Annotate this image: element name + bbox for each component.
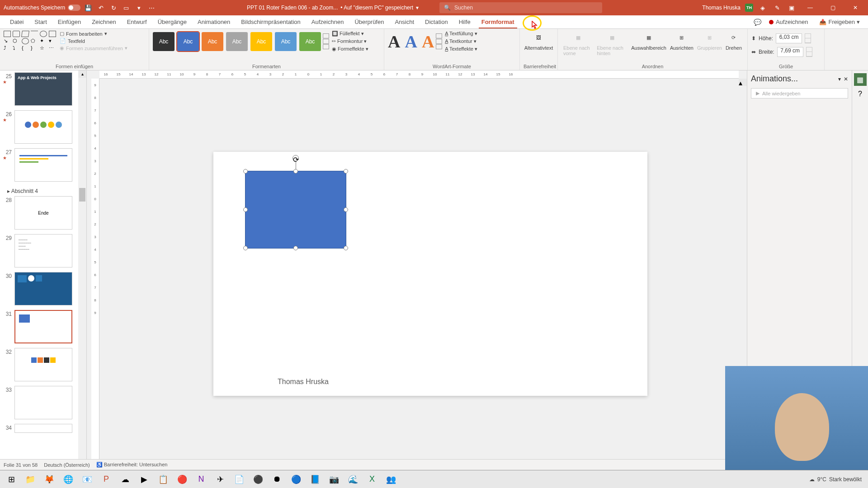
- edge-icon[interactable]: 🌊: [344, 471, 362, 488]
- formen-zusammen-button[interactable]: ◉ Formen zusammenführen ▾: [60, 45, 127, 51]
- undo-icon[interactable]: ↶: [96, 3, 106, 13]
- slide-thumb-31[interactable]: 31: [3, 310, 84, 343]
- redo-icon[interactable]: ↻: [108, 3, 118, 13]
- gruppieren-button[interactable]: ⊞Gruppieren: [695, 31, 724, 56]
- slide-thumb-29[interactable]: 29 ━━━━━━━━━━━━━━━━━━━━━━: [3, 234, 84, 267]
- aufzeichnen-button[interactable]: Aufzeichnen: [765, 17, 812, 27]
- ausrichten-button[interactable]: ⊞Ausrichten: [668, 31, 695, 56]
- tab-formformat[interactable]: Formformat: [476, 15, 520, 28]
- tab-animationen[interactable]: Animationen: [192, 15, 236, 28]
- tab-uebergaenge[interactable]: Übergänge: [152, 15, 192, 28]
- alternativtext-button[interactable]: 🖼 Alternativtext: [524, 31, 554, 51]
- slide-thumb-25[interactable]: 25★ App & Web Projects: [3, 72, 84, 106]
- app-icon-5[interactable]: 🔵: [288, 471, 305, 488]
- freigeben-button[interactable]: 📤 Freigeben ▾: [816, 17, 863, 27]
- onenote-icon[interactable]: N: [193, 471, 210, 488]
- selected-rectangle-shape[interactable]: ⟳: [245, 171, 346, 249]
- tab-dictation[interactable]: Dictation: [420, 15, 453, 28]
- search-input[interactable]: [454, 5, 598, 11]
- save-icon[interactable]: 💾: [83, 3, 93, 13]
- powerpoint-icon[interactable]: P: [98, 471, 115, 488]
- outlook-icon[interactable]: 📧: [79, 471, 96, 488]
- slide-canvas[interactable]: ⟳ Thomas Hruska: [213, 152, 647, 396]
- tab-hilfe[interactable]: Hilfe: [453, 15, 476, 28]
- start-menu-icon[interactable]: ⊞: [3, 471, 20, 488]
- author-text[interactable]: Thomas Hruska: [278, 378, 329, 386]
- canvas-area[interactable]: 1615141312111098765432101234567891011121…: [87, 70, 747, 474]
- width-input[interactable]: 7,69 cm: [777, 47, 803, 57]
- drehen-button[interactable]: ⟳Drehen: [724, 31, 744, 56]
- slide-panel-scrollbar[interactable]: ▴ ▾: [78, 70, 86, 474]
- ebene-vorne-button[interactable]: ▦Ebene nach vorne: [561, 31, 595, 56]
- slide-thumb-27[interactable]: 27★: [3, 148, 84, 182]
- qa-more-icon[interactable]: ⋯: [146, 3, 156, 13]
- shapes-gallery[interactable]: ↘⬡⬠✦▾ ⤴⤵{}☆⋯: [4, 31, 57, 52]
- app-icon-7[interactable]: 📷: [326, 471, 343, 488]
- window-icon[interactable]: ▣: [787, 3, 797, 13]
- app-icon-2[interactable]: 📋: [155, 471, 172, 488]
- texteffekte-button[interactable]: A Texteffekte ▾: [445, 46, 477, 52]
- wordart-more-icon[interactable]: [436, 33, 442, 49]
- pane-dropdown-icon[interactable]: ▾: [838, 76, 841, 82]
- comments-icon[interactable]: 💬: [754, 19, 761, 26]
- vlc-icon[interactable]: ▶: [136, 471, 153, 488]
- telegram-icon[interactable]: ✈: [212, 471, 229, 488]
- rotate-handle[interactable]: ⟳: [292, 155, 299, 161]
- tab-datei[interactable]: Datei: [5, 15, 29, 28]
- qa-dropdown-icon[interactable]: ▾: [134, 3, 144, 13]
- pen-icon[interactable]: ✎: [772, 3, 782, 13]
- explorer-icon[interactable]: 📁: [22, 471, 39, 488]
- slide-counter[interactable]: Folie 31 von 58: [4, 462, 38, 468]
- pane-close-icon[interactable]: ✕: [844, 76, 848, 82]
- tab-ansicht[interactable]: Ansicht: [389, 15, 420, 28]
- tab-entwurf[interactable]: Entwurf: [122, 15, 152, 28]
- user-avatar[interactable]: TH: [745, 4, 753, 12]
- firefox-icon[interactable]: 🦊: [41, 471, 58, 488]
- accessibility-label[interactable]: ♿ Barrierefreiheit: Untersuchen: [96, 462, 168, 468]
- app-icon-3[interactable]: 🔴: [174, 471, 191, 488]
- slide-thumb-32[interactable]: 32: [3, 348, 84, 381]
- present-from-start-icon[interactable]: ▭: [121, 3, 131, 13]
- designer-icon[interactable]: ▦: [854, 73, 867, 86]
- record-icon[interactable]: ⏺: [269, 471, 286, 488]
- excel-icon[interactable]: X: [363, 471, 381, 488]
- weather-widget[interactable]: ☁ 9°C Stark bewölkt: [809, 476, 865, 483]
- tab-zeichnen[interactable]: Zeichnen: [86, 15, 121, 28]
- fuelleffekt-button[interactable]: 🔲 Fülleffekt ▾: [332, 31, 368, 37]
- styles-more-icon[interactable]: [323, 33, 329, 49]
- ebene-hinten-button[interactable]: ▦Ebene nach hinten: [595, 31, 629, 56]
- textkontur-button[interactable]: A Textkontur ▾: [445, 38, 477, 44]
- slide-thumb-33[interactable]: 33: [3, 386, 84, 419]
- height-spinner[interactable]: [805, 33, 811, 43]
- minimize-button[interactable]: —: [801, 1, 819, 14]
- maximize-button[interactable]: ▢: [824, 1, 842, 14]
- slide-thumb-28[interactable]: 28 Ende: [3, 196, 84, 230]
- app-icon[interactable]: ☁: [117, 471, 134, 488]
- section-header-4[interactable]: ▸ Abschnitt 4: [3, 186, 84, 196]
- tab-bildschirm[interactable]: Bildschirmpräsentation: [236, 15, 306, 28]
- slide-thumb-26[interactable]: 26★: [3, 110, 84, 144]
- shape-styles-gallery[interactable]: Abc Abc Abc Abc Abc Abc Abc: [153, 32, 321, 51]
- autosave-toggle[interactable]: Automatisches Speichern: [4, 5, 80, 11]
- tab-start[interactable]: Start: [29, 15, 52, 28]
- formeffekte-button[interactable]: ◉ Formeffekte ▾: [332, 46, 368, 52]
- slide-thumb-34[interactable]: 34: [3, 424, 84, 433]
- width-spinner[interactable]: [806, 47, 812, 57]
- language-label[interactable]: Deutsch (Österreich): [44, 462, 90, 468]
- search-box[interactable]: 🔍: [439, 2, 602, 13]
- tab-einfuegen[interactable]: Einfügen: [52, 15, 86, 28]
- play-all-button[interactable]: ▶ Alle wiedergeben: [751, 88, 848, 99]
- tab-ueberpruefen[interactable]: Überprüfen: [349, 15, 389, 28]
- obs-icon[interactable]: ⚫: [250, 471, 267, 488]
- tab-aufzeichnen[interactable]: Aufzeichnen: [306, 15, 349, 28]
- textfeld-button[interactable]: 📄 Textfeld: [60, 38, 127, 44]
- app-icon-6[interactable]: 📘: [307, 471, 324, 488]
- wordart-gallery[interactable]: A A A: [388, 32, 434, 52]
- formkontur-button[interactable]: ✏ Formkontur ▾: [332, 38, 368, 44]
- auswahlbereich-button[interactable]: ▦Auswahlbereich: [629, 31, 668, 56]
- chrome-icon[interactable]: 🌐: [60, 471, 77, 488]
- teams-icon[interactable]: 👥: [382, 471, 400, 488]
- help-icon[interactable]: ?: [854, 88, 867, 100]
- app-icon-4[interactable]: 📄: [231, 471, 248, 488]
- height-input[interactable]: 6,03 cm: [776, 33, 802, 43]
